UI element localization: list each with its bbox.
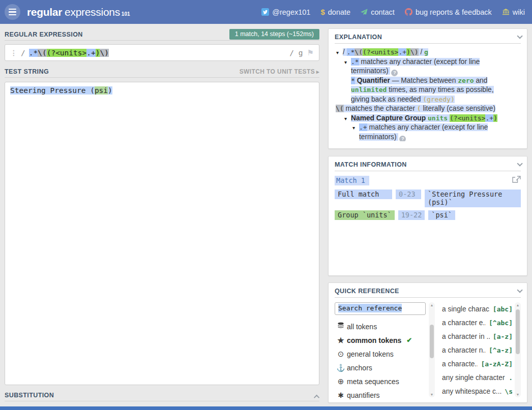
database-icon — [335, 322, 347, 331]
nav-link-bug-reports-feedback[interactable]: bug reports & feedback — [405, 8, 492, 16]
main-layout: REGULAR EXPRESSION 1 match, 14 steps (~1… — [0, 24, 532, 406]
reference-item-description: any single character — [442, 374, 506, 382]
tree-collapse-icon[interactable]: ▾ — [336, 48, 339, 58]
reference-item-code: [abc] — [493, 305, 513, 313]
reference-item-description: a single charac... — [442, 305, 490, 313]
explanation-body: ▾/ .*\((?<units>.+)\) / g▾.* matches any… — [335, 44, 521, 141]
match-row-range: 0-23 — [396, 190, 421, 199]
menu-button[interactable] — [5, 4, 20, 20]
tree-collapse-icon[interactable]: ▾ — [344, 58, 347, 68]
reference-item-description: a character n... — [442, 346, 486, 354]
nav-link-contact[interactable]: contact — [361, 8, 395, 16]
regex-pattern[interactable]: .*\((?<units>.+)\) — [29, 49, 109, 57]
quick-reference-body: Search reference all tokens★common token… — [335, 298, 521, 397]
footer-bar — [0, 406, 532, 410]
test-string-title: TEST STRING — [5, 68, 49, 75]
scrollbar-thumb[interactable] — [430, 325, 434, 358]
match-row: Group `units`19-22`psi` — [335, 210, 521, 220]
regex-right-group: / g ⚑ — [289, 48, 314, 57]
flag-icon[interactable]: ⚑ — [307, 48, 314, 57]
chevron-down-icon[interactable] — [517, 33, 522, 39]
check-icon: ✔ — [406, 336, 412, 344]
match-1-label: Match 1 — [335, 176, 369, 185]
logo-word-regular: regular — [27, 6, 62, 18]
regex-delimiter-left: / — [21, 49, 25, 57]
quick-reference-panel: QUICK REFERENCE Search reference all tok… — [328, 282, 527, 403]
reference-scrollbar[interactable]: ▲ ▼ — [515, 302, 521, 397]
explanation-segment: \) — [410, 48, 419, 56]
explanation-line: ▾.* matches any character (except for li… — [336, 57, 512, 76]
reference-item-description: a character e... — [442, 319, 486, 327]
reference-item[interactable]: a characte...[a-zA-Z] — [442, 357, 513, 371]
right-column: EXPLANATION ▾/ .*\((?<units>.+)\) / g▾.*… — [328, 24, 527, 406]
category-all-tokens[interactable]: all tokens — [335, 320, 426, 333]
explanation-segment: g — [424, 48, 428, 56]
reference-item[interactable]: any whitespace c...\s — [442, 385, 513, 398]
tree-collapse-icon[interactable]: ▾ — [352, 123, 355, 133]
reference-item[interactable]: a single charac...[abc] — [442, 302, 513, 316]
explanation-segment: unlimited — [351, 86, 387, 93]
match-steps-badge[interactable]: 1 match, 14 steps (~152ms) — [229, 29, 319, 40]
reference-item[interactable]: a character e...[^abc] — [442, 316, 513, 330]
category-common-tokens[interactable]: ★common tokens✔ — [335, 333, 426, 347]
category-quantifiers[interactable]: ✱quantifiers — [335, 388, 426, 402]
tree-collapse-icon[interactable]: ▾ — [344, 114, 347, 124]
scroll-down-icon[interactable]: ▼ — [515, 393, 521, 396]
explanation-segment: .+ — [398, 48, 406, 56]
paper-plane-icon — [361, 9, 368, 16]
match-row-label: Group `units` — [335, 210, 395, 220]
regex-token: \( — [38, 49, 46, 57]
explanation-header: EXPLANATION — [335, 34, 521, 44]
substitution-header[interactable]: SUBSTITUTION — [5, 392, 319, 401]
chevron-up-icon[interactable] — [314, 395, 319, 400]
test-string-segment: ) — [108, 86, 112, 94]
quick-reference-header: QUICK REFERENCE — [335, 288, 521, 298]
test-string-input[interactable]: Steering Pressure (psi) — [5, 82, 319, 385]
explanation-segment: / — [419, 48, 425, 56]
explanation-panel: EXPLANATION ▾/ .*\((?<units>.+)\) / g▾.*… — [328, 28, 527, 149]
scroll-up-icon[interactable]: ▲ — [515, 303, 521, 307]
switch-to-unit-tests-link[interactable]: SWITCH TO UNIT TESTS▸ — [240, 68, 319, 75]
scrollbar-thumb[interactable] — [516, 309, 520, 354]
drag-handle-icon[interactable]: ⋮ — [10, 49, 17, 57]
site-logo[interactable]: regular expressions 101 — [27, 6, 130, 18]
chevron-down-icon[interactable] — [517, 161, 522, 166]
nav-link-wiki[interactable]: wiki — [502, 8, 525, 16]
explanation-segment: .* — [347, 48, 355, 56]
scroll-down-icon[interactable]: ▼ — [429, 393, 435, 396]
category-scrollbar[interactable]: ▲ ▼ — [429, 302, 435, 397]
chevron-down-icon[interactable] — [517, 287, 522, 293]
help-icon[interactable]: ? — [391, 70, 398, 76]
explanation-segment: \( — [336, 105, 344, 112]
explanation-segment: matches any character (except for line t… — [359, 123, 488, 141]
help-icon[interactable]: ? — [399, 136, 406, 142]
switch-label: SWITCH TO UNIT TESTS — [240, 68, 315, 75]
nav-link--regex101[interactable]: @regex101 — [261, 8, 310, 16]
test-string-text: Steering Pressure (psi) — [10, 86, 314, 94]
search-reference-input[interactable]: Search reference — [335, 302, 426, 315]
category-label: common tokens — [347, 336, 401, 344]
match-row-label: Full match — [335, 190, 392, 199]
regex-flags[interactable]: / g — [289, 49, 303, 57]
nav-link-donate[interactable]: $donate — [320, 8, 350, 16]
explanation-segment: * — [351, 77, 355, 84]
regex-section-title: REGULAR EXPRESSION — [5, 31, 83, 38]
regex-input[interactable]: ⋮ / .*\((?<units>.+)\) / g ⚑ — [5, 44, 319, 61]
regex-token: .+ — [86, 49, 95, 57]
match-row-value: `psi` — [428, 210, 455, 220]
reference-item[interactable]: a character n...[^a-z] — [442, 343, 513, 357]
reference-item[interactable]: a character in ...[a-z] — [442, 330, 513, 343]
category-meta-sequences[interactable]: ⊕meta sequences — [335, 374, 426, 388]
search-reference-text: Search reference — [338, 304, 402, 312]
category-label: anchors — [347, 364, 372, 372]
hamburger-icon — [9, 9, 16, 16]
github-icon — [405, 8, 412, 16]
reference-item[interactable]: any single character. — [442, 371, 513, 385]
explanation-segment: .+ — [485, 114, 493, 122]
scroll-up-icon[interactable]: ▲ — [429, 303, 435, 307]
export-matches-icon[interactable] — [512, 176, 521, 185]
test-string-segment: psi — [95, 86, 108, 94]
explanation-line: * Quantifier — Matches between zero and … — [336, 76, 512, 105]
category-general-tokens[interactable]: ⊙general tokens — [335, 347, 426, 361]
category-anchors[interactable]: ⚓anchors — [335, 361, 426, 374]
